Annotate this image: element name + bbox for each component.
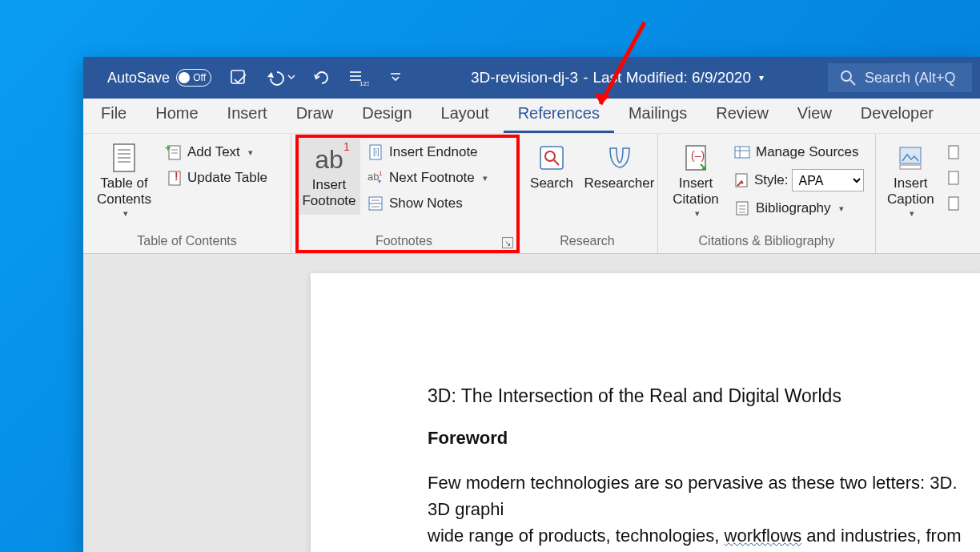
table-of-contents-button[interactable]: Table of Contents▾ xyxy=(90,139,159,222)
search-button[interactable]: Search xyxy=(524,139,580,195)
svg-rect-43 xyxy=(949,171,958,184)
search-icon xyxy=(839,69,857,87)
modified-label[interactable]: Last Modified: 6/9/2020 xyxy=(592,69,751,87)
autosave-control[interactable]: AutoSave Off xyxy=(107,69,211,87)
paragraph-spacing-icon[interactable]: 123 xyxy=(347,66,370,89)
style-select[interactable]: APA xyxy=(792,169,864,191)
style-label: Style: xyxy=(754,172,789,188)
update-table-label: Update Table xyxy=(187,170,267,186)
doc-name: 3D-revision-dj-3 xyxy=(471,69,578,87)
svg-rect-41 xyxy=(900,165,921,169)
tab-home[interactable]: Home xyxy=(141,96,212,133)
bibliography-label: Bibliography xyxy=(756,200,831,216)
insert-citation-label: Insert Citation xyxy=(673,175,719,208)
tab-mailings[interactable]: Mailings xyxy=(614,96,701,133)
update-table-icon: ! xyxy=(165,169,183,187)
svg-point-6 xyxy=(841,71,851,81)
tab-insert[interactable]: Insert xyxy=(213,96,282,133)
group-label-citations: Citations & Bibliography xyxy=(665,231,869,253)
undo-icon[interactable] xyxy=(264,66,296,89)
show-notes-button[interactable]: Show Notes xyxy=(363,193,491,214)
page[interactable]: 3D: The Intersection of the Real and Dig… xyxy=(311,273,980,552)
doc-icon xyxy=(946,169,963,187)
tab-file[interactable]: File xyxy=(86,96,141,133)
save-icon[interactable] xyxy=(227,66,250,89)
insert-footnote-button[interactable]: ab 1 Insert Footnote xyxy=(298,139,360,215)
group-label-toc: Table of Contents xyxy=(90,231,284,253)
tab-references[interactable]: References xyxy=(504,96,614,133)
insert-citation-icon: (–) xyxy=(680,142,712,174)
researcher-icon xyxy=(604,142,636,174)
tab-layout[interactable]: Layout xyxy=(427,96,504,133)
tab-draw[interactable]: Draw xyxy=(282,96,348,133)
add-text-icon: + xyxy=(165,143,183,161)
show-notes-icon xyxy=(367,195,384,212)
next-footnote-label: Next Footnote xyxy=(389,170,475,186)
footnotes-dialog-launcher[interactable]: ↘ xyxy=(502,237,513,248)
add-text-label: Add Text xyxy=(187,144,240,160)
update-table-button[interactable]: ! Update Table xyxy=(162,167,271,188)
insert-caption-icon xyxy=(896,142,925,174)
svg-text:ab: ab xyxy=(368,171,379,183)
chevron-down-icon: ▾ xyxy=(839,203,844,214)
insert-endnote-label: Insert Endnote xyxy=(389,144,478,160)
next-footnote-icon: ab1 xyxy=(367,169,384,187)
caption-extra-3[interactable] xyxy=(942,193,966,214)
group-research: Search Researcher Research xyxy=(517,134,658,253)
window-title: 3D-revision-dj-3 - Last Modified: 6/9/20… xyxy=(407,69,828,87)
chevron-down-icon[interactable]: ▾ xyxy=(759,72,764,83)
document-canvas[interactable]: 3D: The Intersection of the Real and Dig… xyxy=(83,254,980,552)
toggle-dot xyxy=(179,72,190,83)
tab-view[interactable]: View xyxy=(783,96,846,133)
tab-review[interactable]: Review xyxy=(701,96,783,133)
chevron-down-icon: ▾ xyxy=(910,208,914,219)
chevron-down-icon: ▾ xyxy=(248,147,253,158)
tab-design[interactable]: Design xyxy=(347,96,426,133)
group-table-of-contents: Table of Contents▾ + Add Text ▾ ! xyxy=(83,134,291,253)
svg-rect-44 xyxy=(949,197,958,210)
svg-text:(–): (–) xyxy=(691,149,705,162)
group-label-research: Research xyxy=(524,231,651,253)
doc-title: 3D: The Intersection of the Real and Dig… xyxy=(428,385,980,407)
style-dropdown[interactable]: Style: APA xyxy=(730,167,867,193)
caption-extra-1[interactable] xyxy=(942,142,966,163)
group-label-footnotes: Footnotes xyxy=(298,231,510,253)
spellcheck-flag[interactable]: workflows xyxy=(725,526,802,546)
customize-qat-icon[interactable] xyxy=(384,66,407,89)
bibliography-icon xyxy=(733,199,751,217)
caption-extra-2[interactable] xyxy=(942,167,966,188)
insert-footnote-icon: ab 1 xyxy=(315,143,343,175)
svg-text:[i]: [i] xyxy=(373,147,380,156)
svg-rect-32 xyxy=(735,147,749,158)
insert-footnote-label: Insert Footnote xyxy=(302,177,355,210)
autosave-label: AutoSave xyxy=(107,70,170,87)
next-footnote-button[interactable]: ab1 Next Footnote ▾ xyxy=(363,167,491,188)
smart-lookup-icon xyxy=(536,142,568,174)
manage-sources-icon xyxy=(733,143,751,161)
tab-developer[interactable]: Developer xyxy=(846,96,948,133)
researcher-button[interactable]: Researcher xyxy=(588,139,651,195)
svg-rect-42 xyxy=(949,146,958,159)
ribbon-tabs: File Home Insert Draw Design Layout Refe… xyxy=(83,99,980,134)
insert-caption-button[interactable]: Insert Caption▾ xyxy=(882,139,939,222)
toc-label: Table of Contents xyxy=(97,175,151,208)
add-text-button[interactable]: + Add Text ▾ xyxy=(162,142,271,163)
doc-icon xyxy=(946,143,963,161)
insert-citation-button[interactable]: (–) Insert Citation▾ xyxy=(665,139,727,222)
redo-icon[interactable] xyxy=(311,66,333,89)
chevron-down-icon: ▾ xyxy=(695,208,700,219)
toc-icon xyxy=(110,142,138,174)
svg-text:!: ! xyxy=(175,170,179,183)
svg-rect-27 xyxy=(540,147,563,169)
search-box[interactable]: Search (Alt+Q xyxy=(828,63,972,92)
svg-line-7 xyxy=(850,80,855,85)
autosave-state: Off xyxy=(193,72,206,83)
autosave-toggle[interactable]: Off xyxy=(176,69,211,87)
bibliography-button[interactable]: Bibliography ▾ xyxy=(730,198,867,219)
svg-text:123: 123 xyxy=(359,80,369,87)
manage-sources-button[interactable]: Manage Sources xyxy=(730,142,867,163)
insert-endnote-button[interactable]: [i] Insert Endnote xyxy=(363,142,491,163)
chevron-down-icon: ▾ xyxy=(123,208,128,219)
style-icon xyxy=(733,171,751,189)
quick-access-toolbar: 123 xyxy=(227,66,407,89)
